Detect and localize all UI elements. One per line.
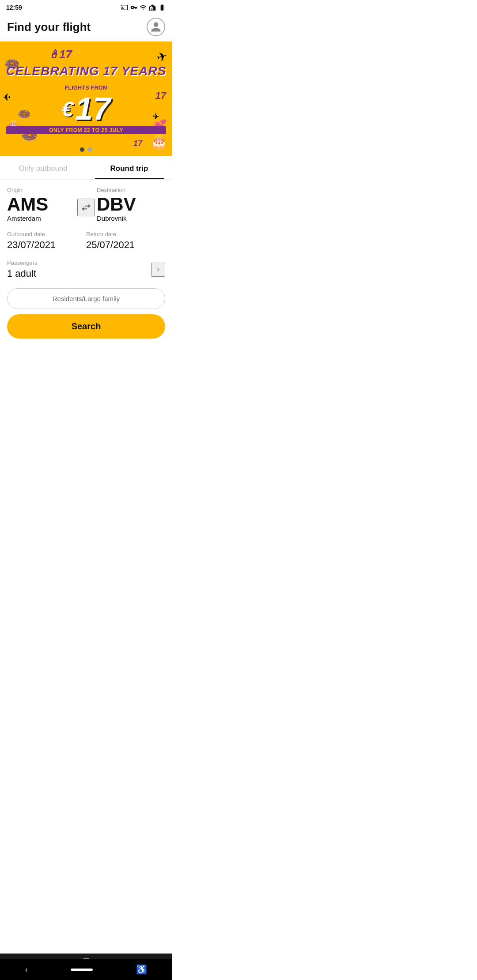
origin-label: Origin xyxy=(7,187,76,193)
user-account-button[interactable] xyxy=(147,18,165,36)
search-form: Origin AMS Amsterdam Destination DBV Dub… xyxy=(0,180,172,346)
passengers-value: 1 adult xyxy=(7,268,38,279)
destination-label: Destination xyxy=(97,187,165,193)
status-bar: 12:59 xyxy=(0,0,172,14)
deco-17-candles: 🕯17 xyxy=(48,48,72,61)
destination-col[interactable]: Destination DBV Dubrovnik xyxy=(97,187,165,222)
banner-flights-from: FLIGHTS FROM xyxy=(64,84,108,91)
avatar-icon xyxy=(150,21,162,33)
passengers-label: Passengers xyxy=(7,260,38,266)
origin-city: Amsterdam xyxy=(7,215,76,222)
swap-icon xyxy=(80,202,92,213)
residents-large-family-button[interactable]: Residents/Large family xyxy=(7,288,165,309)
return-date-label: Return date xyxy=(86,231,165,237)
battery-icon xyxy=(158,4,166,11)
header: Find your flight xyxy=(0,14,172,41)
banner-dot-2[interactable] xyxy=(88,147,92,152)
banner-celebrating: CELEBRATING 17 YEARS xyxy=(6,64,167,78)
banner-pagination xyxy=(80,147,92,152)
banner-text: CELEBRATING 17 YEARS FLIGHTS FROM € 17 O… xyxy=(6,64,167,134)
deco-plane-tr: ✈ xyxy=(155,49,169,65)
dates-row: Outbound date 23/07/2021 Return date 25/… xyxy=(7,231,165,251)
return-date-value: 25/07/2021 xyxy=(86,239,165,251)
status-icons xyxy=(121,4,166,11)
return-date-col[interactable]: Return date 25/07/2021 xyxy=(86,231,165,251)
passengers-info: Passengers 1 adult xyxy=(7,260,38,279)
page-title: Find your flight xyxy=(7,20,91,34)
origin-col[interactable]: Origin AMS Amsterdam xyxy=(7,187,76,222)
banner-euro-sign: € xyxy=(62,97,74,121)
origin-code: AMS xyxy=(7,195,76,214)
promo-banner: 🕯17 ✈ 🍩 ✈ 17 🍩 🎂 ✈ 💕 🍩 🎂 17 CELEBRATING … xyxy=(0,41,172,156)
tab-round-trip[interactable]: Round trip xyxy=(86,156,172,179)
banner-price-row: € 17 xyxy=(6,93,167,124)
chevron-right-icon xyxy=(154,266,162,274)
outbound-date-value: 23/07/2021 xyxy=(7,239,86,251)
signal-icon xyxy=(149,4,156,11)
outbound-date-col[interactable]: Outbound date 23/07/2021 xyxy=(7,231,86,251)
swap-route-button[interactable] xyxy=(77,199,95,216)
tab-only-outbound[interactable]: Only outbound xyxy=(0,156,86,179)
status-time: 12:59 xyxy=(6,4,22,11)
destination-city: Dubrovnik xyxy=(97,215,165,222)
outbound-date-label: Outbound date xyxy=(7,231,86,237)
cast-icon xyxy=(121,4,128,11)
key-icon xyxy=(130,4,137,11)
destination-code: DBV xyxy=(97,195,165,214)
deco-cake-br: 🎂 xyxy=(150,133,168,150)
wifi-icon xyxy=(140,4,147,11)
route-row: Origin AMS Amsterdam Destination DBV Dub… xyxy=(7,187,165,222)
trip-type-tabs: Only outbound Round trip xyxy=(0,156,172,180)
passengers-chevron-button[interactable] xyxy=(151,263,165,277)
search-button[interactable]: Search xyxy=(7,314,165,339)
deco-17-br: 17 xyxy=(133,139,142,148)
banner-price: 17 xyxy=(75,93,110,124)
passengers-row[interactable]: Passengers 1 adult xyxy=(7,260,165,281)
banner-dates: ONLY FROM 22 TO 25 JULY xyxy=(6,126,167,134)
banner-dot-1[interactable] xyxy=(80,147,84,152)
